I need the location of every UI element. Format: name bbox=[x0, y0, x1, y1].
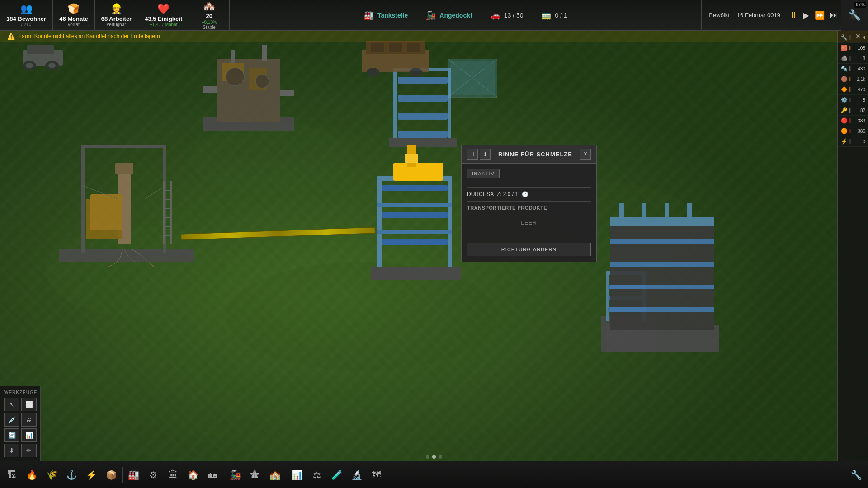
svg-rect-60 bbox=[448, 176, 452, 267]
toolbar-map[interactable]: 🗺 bbox=[367, 465, 387, 485]
resource-value-1: 108 bbox=[853, 46, 865, 51]
throughput-row: DURCHSATZ: 2,0 / 1 🕐 bbox=[467, 191, 591, 197]
trains-value: 0 / 1 bbox=[555, 12, 567, 19]
toolbar-village[interactable]: 🏘 bbox=[203, 465, 223, 485]
toolbar-research[interactable]: 🔬 bbox=[347, 465, 367, 485]
crane-center[interactable] bbox=[371, 140, 461, 285]
dot-3 bbox=[439, 455, 442, 459]
svg-rect-43 bbox=[398, 95, 448, 102]
svg-rect-86 bbox=[665, 203, 669, 221]
svg-point-10 bbox=[48, 63, 56, 68]
dot-2 bbox=[432, 455, 436, 459]
toolbar-separator-1 bbox=[122, 467, 123, 483]
throughput-clock-icon: 🕐 bbox=[522, 191, 528, 197]
resource-bar-4 bbox=[849, 77, 851, 81]
toolbar-tools-right[interactable]: 🔧 bbox=[846, 465, 866, 485]
toolbar-farm[interactable]: 🌾 bbox=[42, 465, 61, 485]
toolbar-factory[interactable]: 🏭 bbox=[123, 465, 143, 485]
toolbar-balance[interactable]: ⚖ bbox=[307, 465, 327, 485]
progress-dots bbox=[426, 455, 442, 459]
toolbar-construction[interactable]: 🏗 bbox=[2, 465, 22, 485]
svg-rect-84 bbox=[619, 203, 624, 221]
toolbar-school[interactable]: 🏫 bbox=[265, 465, 285, 485]
fast-forward-button[interactable]: ⏩ bbox=[813, 9, 826, 21]
toolbar-industry[interactable]: ⚙ bbox=[143, 465, 163, 485]
svg-rect-80 bbox=[610, 239, 714, 244]
angedockt-location[interactable]: 🚂 Angedockt bbox=[426, 10, 472, 20]
panel-close-button[interactable]: ✕ bbox=[580, 149, 591, 160]
toolbar-housing[interactable]: 🏠 bbox=[183, 465, 203, 485]
tool-pipette[interactable]: 💉 bbox=[4, 413, 19, 427]
tool-select[interactable]: ↖ bbox=[4, 398, 19, 411]
tankstelle-label: Tankstelle bbox=[377, 12, 408, 19]
resource-bar-9 bbox=[849, 129, 851, 133]
toolbar-stats[interactable]: 📊 bbox=[287, 465, 307, 485]
wagon-icon: 🚃 bbox=[541, 10, 551, 20]
tankstelle-location[interactable]: 🏭 Tankstelle bbox=[364, 10, 408, 20]
tool-stamp[interactable]: 🖨 bbox=[21, 413, 37, 427]
building-far-right[interactable] bbox=[606, 181, 719, 361]
tool-chart[interactable]: 📊 bbox=[21, 428, 37, 442]
panel-info-button[interactable]: ℹ bbox=[480, 149, 491, 160]
vehicles-count[interactable]: 🚗 13 / 50 bbox=[491, 10, 524, 20]
svg-rect-85 bbox=[642, 203, 646, 221]
panel-pause-button[interactable]: ⏸ bbox=[467, 149, 478, 160]
faster-button[interactable]: ⏭ bbox=[828, 9, 840, 21]
stable-value: 20 bbox=[206, 13, 212, 19]
blueprint-box[interactable] bbox=[448, 59, 497, 99]
machine-top-center[interactable] bbox=[203, 41, 294, 140]
residents-value: 184 Bewohner bbox=[6, 16, 46, 22]
svg-rect-37 bbox=[203, 86, 217, 93]
toolbar-lab[interactable]: 🧪 bbox=[327, 465, 347, 485]
toolbar-fire[interactable]: 🔥 bbox=[22, 465, 42, 485]
date-display: 16 Februar 0019 bbox=[737, 12, 780, 19]
tool-area-select[interactable]: ⬜ bbox=[21, 398, 37, 411]
toolbar-civic[interactable]: 🏛 bbox=[163, 465, 183, 485]
throughput-label: DURCHSATZ: 2,0 / 1 bbox=[467, 191, 518, 197]
pause-button[interactable]: ⏸ bbox=[788, 9, 799, 21]
trains-count[interactable]: 🚃 0 / 1 bbox=[541, 10, 567, 20]
building-panel: ⏸ ℹ RINNE FÜR SCHMELZE ✕ INAKTIV DURCHSA… bbox=[461, 145, 597, 262]
svg-rect-24 bbox=[163, 199, 172, 200]
svg-rect-25 bbox=[163, 208, 172, 209]
stable-label: Stable bbox=[203, 25, 216, 30]
resource-bar-8 bbox=[849, 118, 851, 123]
play-button[interactable]: ▶ bbox=[801, 9, 811, 21]
svg-rect-53 bbox=[407, 43, 420, 52]
resource-row-10: ⚡0 bbox=[838, 136, 868, 147]
stable-icon: 🏘️ bbox=[203, 0, 215, 12]
resource-bar-6 bbox=[849, 98, 851, 102]
svg-rect-79 bbox=[610, 217, 714, 226]
toolbar-train[interactable]: 🚂 bbox=[225, 465, 245, 485]
svg-rect-59 bbox=[377, 176, 382, 267]
angedockt-label: Angedockt bbox=[439, 12, 472, 19]
alert-close-button[interactable]: ✕ bbox=[855, 33, 861, 40]
svg-point-34 bbox=[255, 75, 269, 88]
resource-icon-3: 🔩 bbox=[840, 65, 848, 72]
tool-edit[interactable]: ✏ bbox=[21, 444, 37, 457]
game-world bbox=[0, 0, 868, 488]
svg-rect-78 bbox=[610, 217, 714, 330]
panel-title: RINNE FÜR SCHMELZE bbox=[491, 151, 580, 158]
months-stat: 🍞 46 Monate vorrat bbox=[53, 0, 95, 30]
panel-divider-2 bbox=[467, 201, 591, 202]
toolbar-power[interactable]: ⚡ bbox=[81, 465, 101, 485]
resource-icon-4: 🟤 bbox=[840, 75, 848, 83]
tankstelle-icon: 🏭 bbox=[364, 10, 374, 20]
furnace-left[interactable] bbox=[54, 117, 199, 280]
workers-stat: 👷 68 Arbeiter verfügbar bbox=[95, 0, 138, 30]
settings-button[interactable]: 🔧 97% bbox=[841, 0, 868, 31]
empty-indicator: LEER bbox=[467, 214, 591, 231]
car-icon: 🚗 bbox=[491, 10, 500, 20]
change-direction-button[interactable]: RICHTUNG ÄNDERN bbox=[467, 243, 591, 256]
resource-value-9: 386 bbox=[853, 129, 865, 134]
svg-rect-66 bbox=[405, 154, 418, 163]
resource-icon-9: 🟠 bbox=[840, 127, 848, 135]
resource-icon-1: 🧱 bbox=[840, 44, 848, 52]
toolbar-storage[interactable]: 📦 bbox=[101, 465, 121, 485]
toolbar-road[interactable]: 🛣 bbox=[245, 465, 265, 485]
tool-rotate[interactable]: 🔄 bbox=[4, 428, 19, 442]
svg-point-49 bbox=[367, 68, 379, 77]
toolbar-anchor[interactable]: ⚓ bbox=[61, 465, 81, 485]
tool-bulldoze[interactable]: ⬇ bbox=[4, 444, 19, 457]
